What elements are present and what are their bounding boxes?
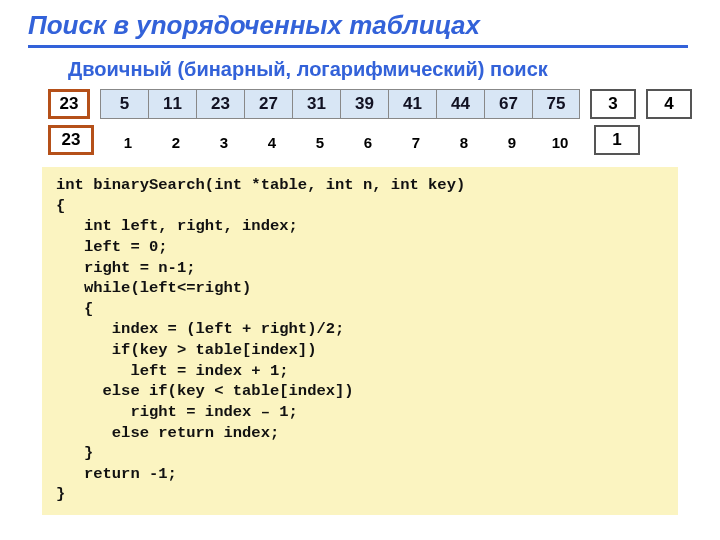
key-cell-top: 23 bbox=[48, 89, 90, 119]
index-cell: 10 bbox=[536, 134, 584, 151]
diagram-row-bottom: 23 1 2 3 4 5 6 7 8 9 10 1 bbox=[48, 125, 692, 155]
index-row: 1 2 3 4 5 6 7 8 9 10 bbox=[104, 134, 584, 151]
array-cell: 23 bbox=[196, 89, 244, 119]
array-cell: 39 bbox=[340, 89, 388, 119]
side-cell-bottom: 1 bbox=[594, 125, 640, 155]
index-cell: 8 bbox=[440, 134, 488, 151]
array-cell: 27 bbox=[244, 89, 292, 119]
index-cell: 5 bbox=[296, 134, 344, 151]
title-rule bbox=[28, 45, 688, 48]
index-cell: 6 bbox=[344, 134, 392, 151]
slide: Поиск в упорядоченных таблицах Двоичный … bbox=[0, 0, 720, 540]
array-row: 5 11 23 27 31 39 41 44 67 75 bbox=[100, 89, 580, 119]
side-bottom: 1 bbox=[594, 125, 640, 155]
side-cell-b: 4 bbox=[646, 89, 692, 119]
diagram: 23 5 11 23 27 31 39 41 44 67 75 3 4 23 bbox=[48, 89, 692, 155]
code-block: int binarySearch(int *table, int n, int … bbox=[42, 167, 678, 515]
slide-title: Поиск в упорядоченных таблицах bbox=[28, 10, 692, 41]
array-cell: 41 bbox=[388, 89, 436, 119]
index-cell: 1 bbox=[104, 134, 152, 151]
array-cell: 67 bbox=[484, 89, 532, 119]
index-cell: 2 bbox=[152, 134, 200, 151]
array-cell: 11 bbox=[148, 89, 196, 119]
array-cell: 5 bbox=[100, 89, 148, 119]
index-cell: 3 bbox=[200, 134, 248, 151]
array-cell: 75 bbox=[532, 89, 580, 119]
side-top: 3 4 bbox=[590, 89, 692, 119]
index-cell: 9 bbox=[488, 134, 536, 151]
side-cell-a: 3 bbox=[590, 89, 636, 119]
slide-subtitle: Двоичный (бинарный, логарифмический) пои… bbox=[68, 58, 692, 81]
key-cell-bottom: 23 bbox=[48, 125, 94, 155]
array-cell: 44 bbox=[436, 89, 484, 119]
diagram-row-top: 23 5 11 23 27 31 39 41 44 67 75 3 4 bbox=[48, 89, 692, 119]
array-cell: 31 bbox=[292, 89, 340, 119]
index-cell: 7 bbox=[392, 134, 440, 151]
index-cell: 4 bbox=[248, 134, 296, 151]
